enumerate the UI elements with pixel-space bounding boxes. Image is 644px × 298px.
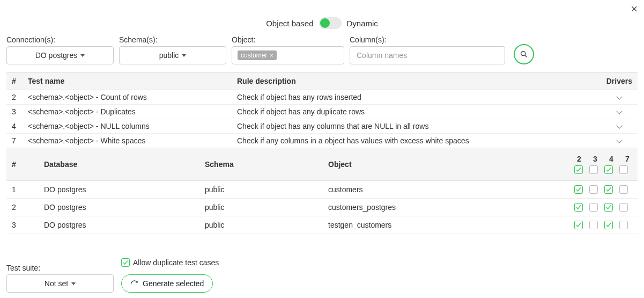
rules-header-rule: Rule description	[232, 72, 601, 90]
row-checkbox-2[interactable]	[574, 185, 583, 194]
rules-cell-drivers[interactable]	[601, 90, 638, 105]
rules-cell-num: 2	[6, 90, 23, 105]
object-tag-text: customer	[241, 52, 267, 59]
connection-select[interactable]: DO postgres	[6, 46, 114, 64]
objects-cell-object: customers	[323, 181, 569, 199]
objects-cell-num: 1	[6, 181, 39, 199]
filters-row: Connection(s): DO postgres Schema(s): pu…	[6, 35, 638, 64]
rules-cell-drivers[interactable]	[601, 105, 638, 119]
suite-value: Not set	[45, 279, 68, 288]
object-label: Object:	[232, 35, 344, 44]
allow-duplicate-label: Allow duplicate test cases	[133, 258, 219, 267]
master-checkbox-4[interactable]	[604, 165, 613, 174]
rules-cell-rule: Check if object has any rows inserted	[232, 90, 601, 105]
object-tag: customer ×	[238, 50, 277, 60]
row-checkbox-2[interactable]	[574, 203, 583, 212]
objects-row: 2DO postgrespubliccustomers_postgres	[6, 199, 638, 216]
rules-table: # Test name Rule description Drivers 2<s…	[6, 72, 638, 148]
row-checkbox-4[interactable]	[604, 203, 613, 212]
generate-selected-button[interactable]: Generate selected	[121, 274, 213, 293]
objects-cell-checks	[569, 216, 638, 234]
objects-cell-checks	[569, 181, 638, 199]
check-col-header-num: 3	[590, 155, 600, 163]
rules-cell-num: 4	[6, 119, 23, 134]
connection-value: DO postgres	[35, 51, 78, 60]
master-checkbox-2[interactable]	[574, 165, 583, 174]
rules-cell-name: <schema>.<object> - Duplicates	[23, 105, 232, 119]
row-checkbox-4[interactable]	[604, 185, 613, 194]
row-checkbox-7[interactable]	[619, 203, 628, 212]
columns-input-wrapper	[350, 46, 505, 64]
row-checkbox-3[interactable]	[589, 221, 598, 229]
objects-header-db: Database	[39, 148, 199, 181]
row-checkbox-4[interactable]	[604, 221, 613, 229]
master-checkbox-3[interactable]	[589, 165, 598, 174]
close-icon[interactable]: ×	[631, 3, 638, 15]
row-checkbox-3[interactable]	[589, 185, 598, 194]
allow-duplicate-checkbox[interactable]	[121, 258, 130, 267]
object-tag-input[interactable]: customer ×	[232, 46, 344, 64]
mode-toggle[interactable]	[319, 17, 342, 29]
objects-cell-object: testgen_customers	[323, 216, 569, 234]
objects-header-schema: Schema	[199, 148, 323, 181]
objects-header-num: #	[6, 148, 39, 181]
schema-label: Schema(s):	[119, 35, 226, 44]
caret-icon	[80, 54, 85, 57]
objects-cell-num: 3	[6, 216, 39, 234]
toggle-knob	[320, 18, 330, 28]
chevron-down-icon[interactable]	[616, 137, 622, 143]
row-checkbox-7[interactable]	[619, 221, 628, 229]
caret-icon	[182, 54, 186, 57]
suite-select[interactable]: Not set	[6, 274, 114, 293]
objects-header-checks: 2347	[569, 148, 638, 181]
rules-row: 7<schema>.<object> - White spacesCheck i…	[6, 134, 638, 148]
rules-row: 4<schema>.<object> - NULL columnsCheck i…	[6, 119, 638, 134]
connection-label: Connection(s):	[6, 35, 114, 44]
columns-input[interactable]	[356, 50, 499, 60]
columns-label: Column(s):	[350, 35, 505, 44]
mode-label-object-based: Object based	[266, 19, 313, 28]
suite-label: Test suite:	[6, 264, 114, 272]
schema-select[interactable]: public	[119, 46, 226, 64]
rules-row: 2<schema>.<object> - Count of rowsCheck …	[6, 90, 638, 105]
mode-switch-row: Object based Dynamic	[6, 17, 638, 29]
generate-selected-label: Generate selected	[143, 279, 204, 288]
schema-value: public	[159, 51, 179, 60]
search-icon	[520, 50, 528, 59]
rules-cell-rule: Check if object has any columns that are…	[232, 119, 601, 134]
rules-cell-rule: Check if object has any duplicate rows	[232, 105, 601, 119]
objects-cell-db: DO postgres	[39, 216, 199, 234]
check-col-header-num: 2	[574, 155, 584, 163]
search-button[interactable]	[514, 44, 534, 64]
rules-header-num: #	[6, 72, 23, 90]
rules-cell-drivers[interactable]	[601, 134, 638, 148]
check-col-header-num: 4	[606, 155, 616, 163]
rules-cell-num: 7	[6, 134, 23, 148]
row-checkbox-3[interactable]	[589, 203, 598, 212]
objects-header-object: Object	[323, 148, 569, 181]
objects-cell-object: customers_postgres	[323, 199, 569, 216]
allow-duplicate-checkbox-wrapper[interactable]: Allow duplicate test cases	[121, 258, 219, 267]
caret-icon	[71, 282, 76, 285]
row-checkbox-7[interactable]	[619, 185, 628, 194]
check-col-header-num: 7	[623, 155, 632, 163]
objects-cell-schema: public	[199, 181, 323, 199]
chevron-down-icon[interactable]	[616, 108, 622, 114]
rules-header-drivers: Drivers	[601, 72, 638, 90]
chevron-down-icon[interactable]	[616, 122, 622, 128]
objects-cell-db: DO postgres	[39, 181, 199, 199]
objects-cell-checks	[569, 199, 638, 216]
objects-cell-schema: public	[199, 199, 323, 216]
rules-cell-name: <schema>.<object> - NULL columns	[23, 119, 232, 134]
chevron-down-icon[interactable]	[616, 93, 622, 99]
rules-cell-drivers[interactable]	[601, 119, 638, 134]
rules-cell-name: <schema>.<object> - White spaces	[23, 134, 232, 148]
objects-cell-schema: public	[199, 216, 323, 234]
objects-row: 3DO postgrespublictestgen_customers	[6, 216, 638, 234]
row-checkbox-2[interactable]	[574, 221, 583, 229]
footer: Test suite: Not set Allow duplicate test…	[6, 258, 219, 293]
tag-remove-icon[interactable]: ×	[270, 52, 273, 59]
rules-header-name: Test name	[23, 72, 232, 90]
objects-cell-db: DO postgres	[39, 199, 199, 216]
master-checkbox-7[interactable]	[619, 165, 628, 174]
